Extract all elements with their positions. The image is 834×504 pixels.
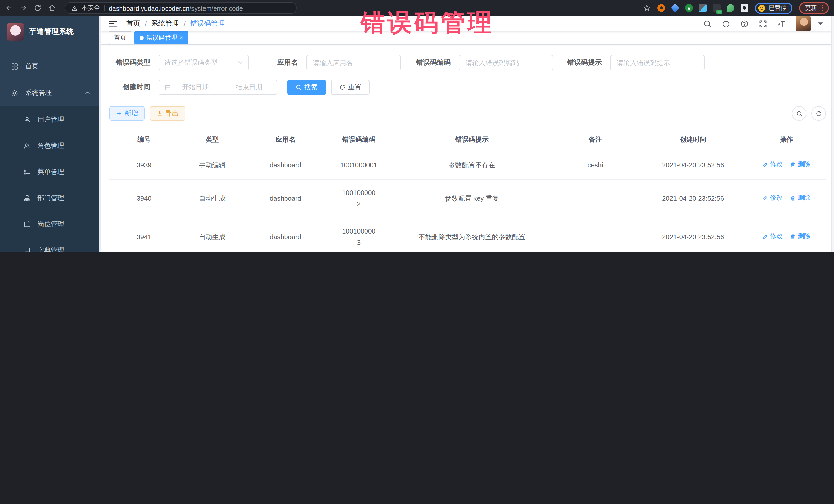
edit-link[interactable]: 修改 bbox=[762, 193, 783, 203]
profile-emoji-icon bbox=[758, 4, 766, 12]
table-row: 3940自动生成dashboard100100000 2参数配置 key 重复2… bbox=[109, 179, 826, 218]
extensions-row: v bbox=[657, 4, 748, 12]
profile-paused-label: 已暂停 bbox=[769, 4, 787, 12]
not-secure-warning-icon[interactable] bbox=[71, 5, 78, 11]
browser-update-button[interactable]: 更新 bbox=[799, 2, 829, 14]
extensions-puzzle-icon[interactable] bbox=[741, 4, 748, 12]
sidebar-toggle-icon[interactable] bbox=[108, 19, 117, 28]
cell-code: 100100000 3 bbox=[325, 218, 392, 252]
sidebar-item-系统管理[interactable]: 系统管理 bbox=[0, 80, 101, 106]
home-icon[interactable] bbox=[48, 4, 56, 12]
app-name-input[interactable] bbox=[306, 55, 400, 70]
back-icon[interactable] bbox=[5, 4, 13, 12]
cell-id: 3940 bbox=[109, 179, 179, 218]
browser-menu-icon[interactable] bbox=[821, 5, 823, 11]
page-scrollbar[interactable] bbox=[831, 16, 834, 252]
extension-gem-icon[interactable] bbox=[671, 4, 680, 12]
refresh-table-button[interactable] bbox=[811, 106, 826, 120]
edit-pen-icon bbox=[762, 161, 769, 168]
delete-link[interactable]: 删除 bbox=[790, 159, 811, 170]
app-title: 芋道管理系统 bbox=[29, 27, 74, 37]
sidebar-item-菜单管理[interactable]: 菜单管理 bbox=[0, 159, 101, 185]
filter-date-label: 创建时间 bbox=[109, 83, 150, 92]
sidebar-logo-row[interactable]: 芋道管理系统 bbox=[0, 16, 101, 41]
breadcrumb-separator: / bbox=[145, 20, 147, 27]
error-msg-input[interactable] bbox=[610, 55, 704, 70]
fullscreen-icon[interactable] bbox=[759, 19, 767, 28]
github-icon[interactable] bbox=[722, 19, 730, 28]
cell-time: 2021-04-20 23:52:56 bbox=[639, 218, 747, 252]
cell-remark: ceshi bbox=[552, 151, 639, 179]
extension-green-check-icon[interactable]: v bbox=[685, 4, 693, 12]
sidebar-item-字典管理[interactable]: 字典管理 bbox=[0, 237, 101, 252]
sidebar-item-label: 岗位管理 bbox=[38, 219, 64, 229]
sidebar-item-角色管理[interactable]: 角色管理 bbox=[0, 132, 101, 159]
sidebar-item-label: 部门管理 bbox=[38, 193, 64, 202]
toggle-search-button[interactable] bbox=[792, 106, 806, 120]
delete-link[interactable]: 删除 bbox=[790, 231, 811, 242]
date-range-picker[interactable]: 开始日期 - 结束日期 bbox=[159, 80, 277, 95]
delete-link[interactable]: 删除 bbox=[790, 193, 811, 203]
column-header-编号: 编号 bbox=[109, 128, 179, 151]
help-question-icon[interactable] bbox=[740, 19, 749, 28]
sidebar-item-部门管理[interactable]: 部门管理 bbox=[0, 185, 101, 211]
tag-active-dot bbox=[139, 36, 144, 40]
sidebar-item-label: 菜单管理 bbox=[38, 167, 64, 176]
tag-首页[interactable]: 首页 bbox=[109, 31, 131, 44]
edit-link[interactable]: 修改 bbox=[762, 159, 783, 170]
breadcrumb-item[interactable]: 系统管理 bbox=[151, 19, 179, 28]
extension-grid-icon[interactable] bbox=[699, 4, 707, 12]
edit-link[interactable]: 修改 bbox=[762, 231, 783, 242]
sidebar-item-label: 系统管理 bbox=[25, 88, 52, 97]
font-size-icon[interactable] bbox=[777, 19, 786, 28]
extension-orange-icon[interactable] bbox=[657, 4, 665, 12]
error-type-select[interactable]: 请选择错误码类型 bbox=[159, 55, 249, 70]
filter-msg-label: 错误码提示 bbox=[567, 58, 602, 67]
security-label[interactable]: 不安全 bbox=[82, 4, 100, 12]
error-code-input[interactable] bbox=[459, 55, 553, 70]
sidebar-item-首页[interactable]: 首页 bbox=[0, 53, 101, 80]
table-header-row: 编号类型应用名错误码编码错误码提示备注创建时间操作 bbox=[109, 128, 826, 151]
user-avatar[interactable] bbox=[795, 16, 811, 31]
breadcrumb-item: 错误码管理 bbox=[190, 19, 225, 28]
bookmark-star-icon[interactable] bbox=[643, 4, 651, 12]
gear-icon bbox=[11, 89, 19, 97]
browser-profile-chip[interactable]: 已暂停 bbox=[755, 2, 792, 14]
date-end-placeholder: 结束日期 bbox=[226, 83, 271, 92]
cell-id: 3939 bbox=[109, 151, 179, 179]
sidebar-item-岗位管理[interactable]: 岗位管理 bbox=[0, 211, 101, 237]
avatar-caret-down-icon[interactable] bbox=[816, 19, 825, 28]
url-host[interactable]: dashboard.yudao.iocoder.cn bbox=[109, 5, 190, 12]
url-path[interactable]: /system/error-code bbox=[190, 5, 243, 12]
update-label: 更新 bbox=[805, 4, 817, 12]
add-button[interactable]: 新增 bbox=[109, 106, 145, 120]
date-start-placeholder: 开始日期 bbox=[173, 83, 218, 92]
column-header-错误码提示: 错误码提示 bbox=[392, 128, 551, 151]
cell-actions: 修改删除 bbox=[747, 151, 826, 179]
breadcrumb-item[interactable]: 首页 bbox=[126, 19, 140, 28]
extension-onoff-icon[interactable] bbox=[713, 4, 721, 12]
filter-row-2: 创建时间 开始日期 - 结束日期 搜索 重置 bbox=[109, 80, 826, 95]
table-toolbar: 新增 导出 bbox=[109, 106, 826, 120]
search-icon[interactable] bbox=[703, 19, 712, 28]
users-icon bbox=[24, 142, 31, 149]
badge-icon bbox=[24, 220, 31, 227]
forward-icon[interactable] bbox=[20, 4, 27, 12]
search-button-label: 搜索 bbox=[304, 83, 318, 92]
sidebar-scrollbar[interactable] bbox=[98, 16, 101, 252]
tag-错误码管理[interactable]: 错误码管理× bbox=[134, 31, 188, 44]
address-bar[interactable]: 不安全 dashboard.yudao.iocoder.cn/system/er… bbox=[65, 2, 297, 14]
org-tree-icon bbox=[24, 194, 31, 201]
tag-close-icon[interactable]: × bbox=[180, 35, 183, 41]
search-button[interactable]: 搜索 bbox=[287, 80, 326, 95]
reload-icon[interactable] bbox=[34, 4, 42, 12]
filter-type-group: 错误码类型 请选择错误码类型 bbox=[109, 55, 249, 70]
reset-button[interactable]: 重置 bbox=[331, 80, 370, 95]
url-divider bbox=[104, 5, 105, 11]
navbar-actions bbox=[703, 16, 825, 31]
filter-app-label: 应用名 bbox=[277, 58, 298, 67]
sidebar-item-用户管理[interactable]: 用户管理 bbox=[0, 106, 101, 132]
extension-leaf-icon[interactable] bbox=[727, 4, 734, 12]
export-button[interactable]: 导出 bbox=[150, 106, 185, 120]
cell-code: 1001000001 bbox=[325, 151, 392, 179]
